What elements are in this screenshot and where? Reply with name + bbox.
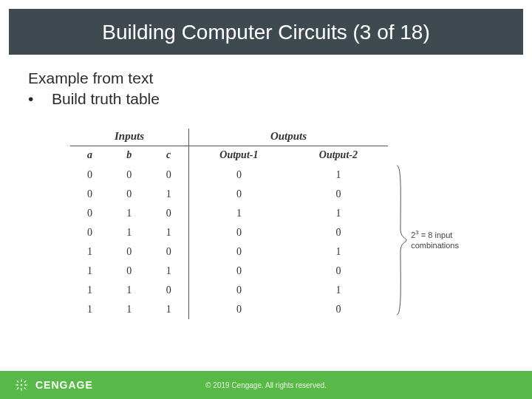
col-a: a [70,146,109,166]
cell: 0 [149,166,188,185]
footer-copyright: © 2019 Cengage. All rights reserved. [205,381,327,389]
brace-label: 23 = 8 inputcombinations [411,229,459,250]
table-row: 01011 [70,204,388,223]
cengage-starburst-icon [13,377,30,393]
table-row: 10100 [70,262,388,281]
cell: 0 [289,262,388,281]
footer-bar: CENGAGE © 2019 Cengage. All rights reser… [0,371,532,399]
col-b: b [109,146,149,166]
cell: 0 [289,300,388,319]
cell: 1 [289,204,388,223]
cell: 1 [70,242,109,262]
intro-text: Example from text [28,69,504,87]
cell: 1 [289,281,388,300]
cell: 1 [109,300,149,319]
outputs-header: Outputs [189,129,388,146]
cell: 0 [189,166,289,185]
slide-title: Building Computer Circuits (3 of 18) [9,21,523,44]
cell: 0 [189,242,289,262]
bullet-marker: • [28,90,35,108]
svg-point-0 [21,384,23,386]
table-row: 01100 [70,223,388,242]
table-row: 00100 [70,185,388,204]
cell: 0 [289,223,388,242]
cell: 1 [70,281,109,300]
cell: 0 [70,185,109,204]
cell: 0 [70,204,109,223]
cell: 0 [189,185,289,204]
cell: 0 [70,166,109,185]
cell: 1 [109,281,149,300]
cell: 0 [189,300,289,319]
cell: 1 [70,262,109,281]
cell: 0 [289,185,388,204]
cell: 1 [149,223,188,242]
bullet-item: • Build truth table [28,90,504,108]
cell: 0 [149,242,188,262]
truth-table: Inputs Outputs a b c Output-1 Output-2 0… [70,129,388,319]
cell: 1 [289,242,388,262]
cell: 0 [149,281,188,300]
col-output1: Output-1 [189,146,289,166]
truth-table-body: 0000100100010110110010001101001100111100 [70,166,388,319]
brace-annotation: 23 = 8 inputcombinations [395,163,459,318]
table-row: 11100 [70,300,388,319]
cell: 1 [289,166,388,185]
cell: 1 [149,185,188,204]
col-output2: Output-2 [289,146,388,166]
cell: 0 [109,185,149,204]
cell: 0 [189,262,289,281]
cell: 0 [109,166,149,185]
truth-table-figure: Inputs Outputs a b c Output-1 Output-2 0… [70,129,462,319]
table-row: 00001 [70,166,388,185]
cell: 1 [149,262,188,281]
footer-logo: CENGAGE [13,377,93,393]
table-row: 11001 [70,281,388,300]
bullet-text: Build truth table [52,90,160,108]
brace-icon [395,163,408,318]
cell: 0 [149,204,188,223]
cell: 0 [109,242,149,262]
cell: 1 [70,300,109,319]
cell: 1 [109,204,149,223]
slide-content: Example from text • Build truth table In… [0,55,532,319]
cell: 1 [149,300,188,319]
cell: 1 [109,223,149,242]
title-bar: Building Computer Circuits (3 of 18) [9,9,523,55]
cell: 1 [189,204,289,223]
cell: 0 [109,262,149,281]
cell: 0 [189,281,289,300]
col-c: c [149,146,188,166]
table-row: 10001 [70,242,388,262]
cell: 0 [189,223,289,242]
footer-brand-text: CENGAGE [35,379,93,391]
inputs-header: Inputs [70,129,189,146]
cell: 0 [70,223,109,242]
